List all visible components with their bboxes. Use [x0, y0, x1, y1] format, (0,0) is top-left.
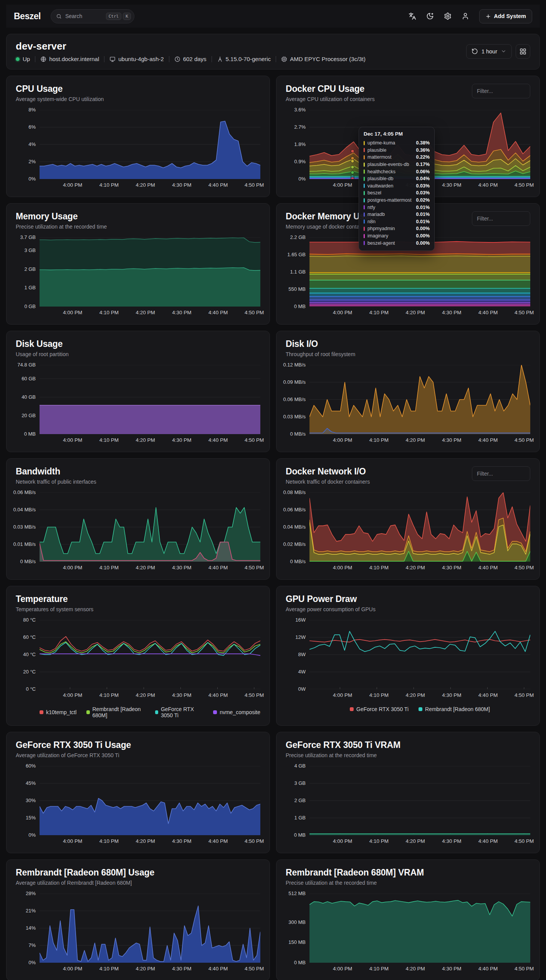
- chart-plot[interactable]: [40, 766, 260, 835]
- chart-plot[interactable]: [309, 894, 530, 963]
- x-tick-label: 4:40 PM: [208, 437, 228, 443]
- chart-plot[interactable]: [309, 237, 530, 307]
- language-button[interactable]: [409, 12, 416, 20]
- x-tick-label: 4:00 PM: [333, 182, 352, 188]
- x-tick-label: 4:20 PM: [405, 182, 425, 188]
- y-tick-label: 0 MB/s: [290, 558, 306, 565]
- x-axis-labels: 4:00 PM4:10 PM4:20 PM4:30 PM4:40 PM4:50 …: [43, 310, 260, 317]
- x-axis-labels: 4:00 PM4:10 PM4:20 PM4:30 PM4:40 PM4:50 …: [313, 437, 530, 445]
- kbd-ctrl: Ctrl: [106, 13, 122, 20]
- y-tick-label: 0.06 MB/s: [283, 506, 306, 513]
- chart-header: Rembrandt [Radeon 680M] UsageAverage uti…: [16, 867, 260, 886]
- y-tick-label: 14%: [26, 925, 36, 932]
- legend-swatch: [350, 707, 354, 711]
- time-range-select[interactable]: 1 hour: [466, 44, 512, 59]
- settings-button[interactable]: [444, 12, 452, 20]
- meta-uptime: 602 days: [174, 56, 207, 62]
- y-tick-label: 0.08 MB/s: [283, 489, 306, 496]
- legend-item: nvme_composite: [213, 706, 260, 718]
- add-system-label: Add System: [494, 13, 526, 19]
- chart-title: GeForce RTX 3050 Ti VRAM: [286, 740, 400, 750]
- x-axis-labels: 4:00 PM4:10 PM4:20 PM4:30 PM4:40 PM4:50 …: [43, 565, 260, 572]
- user-menu-button[interactable]: [462, 12, 469, 20]
- x-tick-label: 4:20 PM: [405, 838, 425, 844]
- x-tick-label: 4:00 PM: [63, 692, 82, 698]
- y-axis-labels: 0.12 MB/s0.09 MB/s0.06 MB/s0.03 MB/s0 MB…: [286, 365, 309, 434]
- chart-body: 60%45%30%15%0%: [16, 766, 260, 835]
- filter-input[interactable]: [472, 84, 530, 98]
- x-tick-label: 4:20 PM: [136, 182, 155, 188]
- legend-item: GeForce RTX 3050 Ti: [350, 706, 409, 712]
- chart-legend: GeForce RTX 3050 TiRembrandt [Radeon 680…: [309, 706, 530, 712]
- y-tick-label: 20 °C: [23, 668, 36, 675]
- y-axis-labels: 8%6%4%2%0%: [16, 110, 40, 179]
- monitor-icon: [109, 56, 116, 62]
- search-button[interactable]: Search CtrlK: [51, 9, 134, 23]
- chart-header: Docker Memory UsageMemory usage of docke…: [286, 211, 530, 230]
- y-tick-label: 0.02 MB/s: [283, 541, 306, 548]
- chart-plot[interactable]: [40, 110, 260, 179]
- chart-plot[interactable]: [309, 110, 530, 179]
- chart-plot[interactable]: [40, 620, 260, 689]
- filter-input[interactable]: [472, 211, 530, 226]
- y-tick-label: 15%: [26, 814, 36, 821]
- chart-header: GeForce RTX 3050 Ti VRAMPrecise utilizat…: [286, 740, 530, 758]
- chart-header: CPU UsageAverage system-wide CPU utiliza…: [16, 84, 260, 102]
- hostname-value: ubuntu-4gb-ash-2: [118, 56, 164, 62]
- chart-title: Rembrandt [Radeon 680M] VRAM: [286, 867, 424, 878]
- host-value: host.docker.internal: [49, 56, 99, 62]
- y-tick-label: 0.06 MB/s: [283, 396, 306, 403]
- meta-divider: [169, 56, 169, 62]
- y-tick-label: 45%: [26, 780, 36, 787]
- x-tick-label: 4:00 PM: [333, 310, 352, 315]
- filter-input[interactable]: [472, 466, 530, 481]
- chart-legend: k10temp_tctlRembrandt [Radeon 680M]GeFor…: [40, 706, 260, 718]
- chart-card-cpu: CPU UsageAverage system-wide CPU utiliza…: [6, 76, 270, 197]
- legend-item: Rembrandt [Radeon 680M]: [86, 706, 145, 718]
- chart-body: 16W12W8W4W0W: [286, 620, 530, 689]
- y-tick-label: 0 MB/s: [290, 431, 306, 438]
- y-tick-label: 0.09 MB/s: [283, 379, 306, 386]
- theme-toggle-button[interactable]: [426, 12, 434, 20]
- x-tick-label: 4:20 PM: [136, 565, 155, 570]
- x-tick-label: 4:20 PM: [136, 966, 155, 972]
- meta-kernel: 5.15.0-70-generic: [217, 56, 271, 62]
- system-info: dev-server Up host.docker.internal ubunt…: [16, 40, 366, 62]
- y-tick-label: 3.6%: [294, 106, 306, 113]
- y-tick-label: 60 °C: [23, 634, 36, 641]
- chart-plot[interactable]: [309, 365, 530, 434]
- x-tick-label: 4:20 PM: [136, 838, 155, 844]
- chart-plot[interactable]: [40, 365, 260, 434]
- layout-grid-button[interactable]: [516, 44, 530, 59]
- y-tick-label: 2%: [28, 158, 36, 165]
- y-tick-label: 8W: [298, 651, 306, 658]
- chart-body: 512 MB300 MB150 MB0 MB: [286, 894, 530, 963]
- chart-plot[interactable]: [309, 766, 530, 835]
- system-header: dev-server Up host.docker.internal ubunt…: [6, 34, 540, 70]
- status-badge: Up: [16, 56, 30, 62]
- x-tick-label: 4:50 PM: [245, 692, 264, 698]
- add-system-button[interactable]: Add System: [479, 9, 532, 23]
- x-tick-label: 4:40 PM: [478, 565, 498, 570]
- y-tick-label: 0 MB: [294, 303, 306, 310]
- chart-title: Memory Usage: [16, 211, 107, 222]
- chart-subtitle: Throughput of root filesystem: [286, 351, 355, 357]
- legend-swatch: [419, 707, 422, 711]
- kernel-tower-icon: [217, 56, 223, 62]
- chart-plot[interactable]: [309, 492, 530, 562]
- search-label: Search: [65, 13, 82, 19]
- chart-subtitle: Average utilization of GeForce RTX 3050 …: [16, 752, 131, 758]
- chart-plot[interactable]: [40, 237, 260, 307]
- chart-title: Rembrandt [Radeon 680M] Usage: [16, 867, 154, 878]
- chart-plot[interactable]: [40, 894, 260, 963]
- y-tick-label: 512 MB: [288, 890, 306, 897]
- meta-divider: [35, 56, 35, 62]
- x-tick-label: 4:20 PM: [405, 565, 425, 570]
- meta-divider: [276, 56, 276, 62]
- chart-plot[interactable]: [309, 620, 530, 689]
- beszel-logo[interactable]: Beszel: [14, 11, 41, 22]
- y-tick-label: 0.12 MB/s: [283, 361, 306, 368]
- chart-subtitle: Network traffic of docker containers: [286, 479, 370, 485]
- x-tick-label: 4:30 PM: [172, 966, 191, 972]
- chart-plot[interactable]: [40, 492, 260, 562]
